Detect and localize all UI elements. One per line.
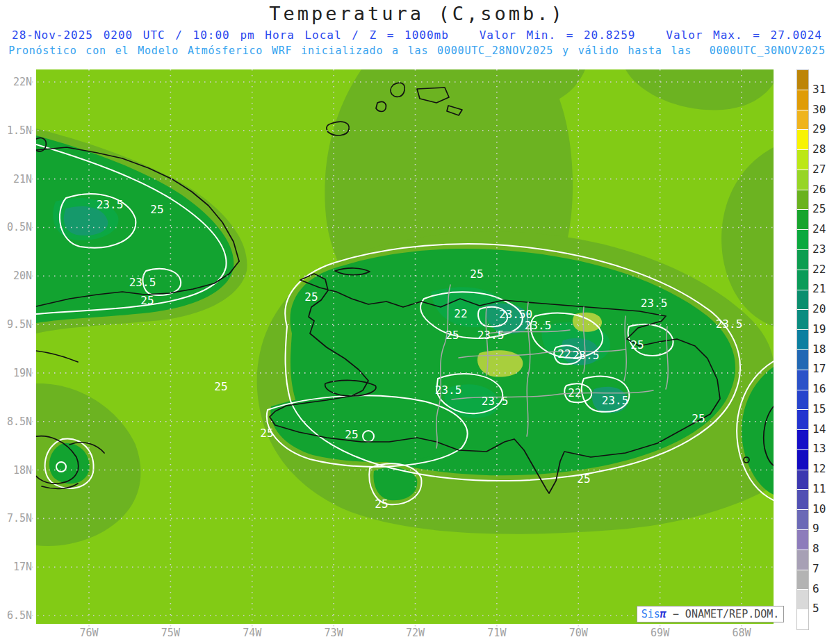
colorbar-segment — [797, 530, 808, 550]
contour-label-23.5: 23.5 — [435, 383, 462, 397]
colorbar-tick-10: 10 — [812, 502, 834, 515]
contour-label-23.5: 23.5 — [573, 349, 600, 362]
lat-label-7.5N: 7.5N — [0, 512, 32, 525]
lat-label-19N: 19N — [0, 367, 32, 379]
contour-label-25: 25 — [214, 380, 227, 393]
contour-label-25: 25 — [445, 329, 459, 342]
lon-label-76W: 76W — [68, 627, 110, 639]
colorbar-segment — [797, 70, 808, 90]
attribution-badge: Sisπ − ONAMET/REP.DOM. — [637, 606, 784, 622]
colorbar-segment — [797, 430, 808, 450]
colorbar-segment — [797, 170, 808, 190]
lat-label-0.5N: 0.5N — [0, 221, 32, 233]
colorbar-tick-18: 18 — [812, 342, 834, 356]
contour-label-25: 25 — [577, 472, 590, 486]
colorbar-segment — [797, 310, 808, 330]
colorbar-tick-12: 12 — [812, 462, 834, 475]
lon-label-75W: 75W — [149, 627, 191, 639]
colorbar-segment — [797, 570, 808, 591]
colorbar-segment — [797, 470, 808, 490]
contour-label-25: 25 — [304, 290, 318, 304]
colorbar-segment — [797, 90, 808, 110]
colorbar-tick-20: 20 — [812, 302, 834, 315]
colorbar-segment — [797, 330, 808, 350]
contour-label-25: 25 — [140, 294, 154, 307]
colorbar-segment — [797, 150, 808, 170]
colorbar-tick-27: 27 — [812, 163, 834, 176]
colorbar-tick-6: 6 — [812, 582, 834, 595]
colorbar-segment — [797, 130, 808, 150]
contour-label-25: 25 — [345, 428, 358, 441]
contour-label-25: 25 — [375, 497, 388, 511]
colorbar-tick-31: 31 — [812, 83, 834, 96]
contour-label-23.5: 23.5 — [525, 319, 552, 332]
colorbar-tick-5: 5 — [812, 602, 834, 615]
colorbar-tick-11: 11 — [812, 482, 834, 495]
contour-label-25: 25 — [150, 203, 163, 216]
colorbar-segment — [797, 410, 808, 430]
colorbar-tick-22: 22 — [812, 263, 834, 276]
colorbar-segment — [797, 250, 808, 270]
contour-label-23.5: 23.5 — [602, 394, 629, 407]
colorbar-tick-17: 17 — [812, 362, 834, 375]
colorbar-segment — [797, 450, 808, 470]
colorbar-segment — [797, 290, 808, 311]
colorbar-tick-29: 29 — [812, 122, 834, 135]
temperature-colorbar — [796, 69, 809, 630]
lon-label-71W: 71W — [476, 627, 518, 639]
colorbar-tick-19: 19 — [812, 322, 834, 336]
contour-label-23.5: 23.5 — [97, 198, 124, 211]
lat-label-18N: 18N — [0, 464, 32, 477]
pi-symbol: π — [660, 608, 667, 620]
colorbar-segment — [797, 490, 808, 510]
colorbar-segment — [797, 510, 808, 530]
colorbar-tick-14: 14 — [812, 422, 834, 436]
contour-label-23.5: 23.5 — [716, 317, 743, 331]
colorbar-tick-28: 28 — [812, 142, 834, 156]
map-fill-layers — [31, 69, 774, 624]
colorbar-tick-23: 23 — [812, 242, 834, 256]
lat-label-1.5N: 1.5N — [0, 124, 32, 137]
contour-label-23.5: 23.5 — [482, 395, 509, 408]
colorbar-tick-26: 26 — [812, 183, 834, 196]
lon-label-72W: 72W — [395, 627, 436, 639]
colorbar-tick-7: 7 — [812, 562, 834, 575]
lon-label-70W: 70W — [557, 627, 599, 639]
lat-label-22N: 22N — [0, 76, 32, 88]
colorbar-segment — [797, 350, 808, 370]
contour-label-23.5: 23.5 — [129, 276, 156, 289]
lat-label-20N: 20N — [0, 270, 32, 282]
colorbar-tick-24: 24 — [812, 222, 834, 236]
contour-label-23.5: 23.5 — [477, 329, 505, 342]
contour-label-22: 22 — [557, 347, 571, 361]
colorbar-tick-30: 30 — [812, 103, 834, 116]
contour-label-25: 25 — [692, 412, 705, 425]
colorbar-segment — [797, 230, 808, 250]
lat-label-6.5N: 6.5N — [0, 609, 32, 622]
lat-label-17N: 17N — [0, 561, 32, 573]
contour-label-22: 22 — [454, 307, 467, 320]
contour-label-23.5: 23.5 — [641, 297, 668, 310]
attribution-agency: − ONAMET/REP.DOM. — [667, 608, 780, 620]
colorbar-tick-9: 9 — [812, 522, 834, 535]
colorbar-segment — [797, 550, 808, 570]
lat-label-9.5N: 9.5N — [0, 318, 32, 331]
colorbar-segment — [797, 390, 808, 411]
colorbar-segment — [797, 270, 808, 290]
contour-label-25: 25 — [260, 427, 273, 440]
sispi-logo-text: Sis — [641, 608, 660, 620]
colorbar-tick-15: 15 — [812, 402, 834, 415]
colorbar-segment — [797, 210, 808, 230]
weather-map-page: Temperatura (C,somb.) 28-Nov-2025 0200 U… — [0, 0, 834, 644]
contour-label-22: 22 — [568, 386, 581, 399]
colorbar-tick-21: 21 — [812, 282, 834, 295]
colorbar-segment — [797, 590, 808, 610]
colorbar-segment — [797, 370, 808, 390]
contour-label-25: 25 — [630, 338, 644, 352]
lat-label-8.5N: 8.5N — [0, 415, 32, 428]
contour-label-25: 25 — [470, 267, 483, 281]
colorbar-tick-25: 25 — [812, 202, 834, 215]
lon-label-73W: 73W — [313, 627, 354, 639]
temperature-map: 23.52523.5252525252223.5023.52523.523.52… — [0, 0, 834, 644]
colorbar-tick-16: 16 — [812, 382, 834, 395]
